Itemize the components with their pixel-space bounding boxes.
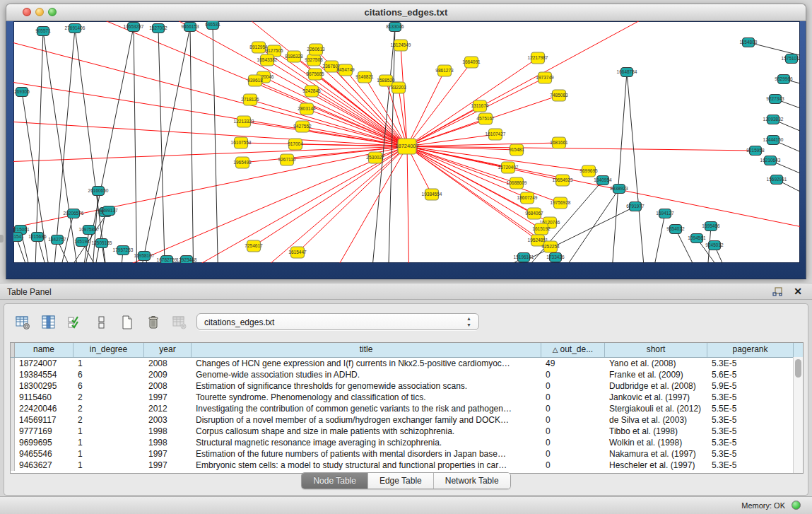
window-titlebar[interactable]: citations_edges.txt xyxy=(6,4,806,21)
graph-node[interactable]: 9466153 xyxy=(181,23,199,32)
graph-node[interactable]: 2260613 xyxy=(307,44,325,55)
cell-title[interactable]: Corpus callosum shape and size in male p… xyxy=(192,426,541,437)
graph-node[interactable]: 17957253 xyxy=(113,246,134,255)
graph-node[interactable]: 9242845 xyxy=(302,86,321,97)
graph-node[interactable]: 7254617 xyxy=(245,240,263,252)
float-panel-icon[interactable] xyxy=(772,287,782,297)
cell-in_degree[interactable]: 6 xyxy=(73,380,144,392)
graph-node[interactable]: 1094561 xyxy=(688,234,706,243)
graph-node[interactable]: 16107427 xyxy=(486,129,506,140)
graph-node[interactable]: 5675685 xyxy=(306,69,324,80)
graph-node[interactable]: 15692931 xyxy=(767,175,787,185)
cell-short[interactable]: Yano et al. (2008) xyxy=(605,358,707,369)
tab-edge-table[interactable]: Edge Table xyxy=(368,473,434,489)
column-header-in_degree[interactable]: in_degree xyxy=(73,343,144,357)
table-scrollbar[interactable] xyxy=(793,357,803,473)
graph-node[interactable]: 15720407 xyxy=(498,162,519,173)
graph-node[interactable]: 9146821 xyxy=(355,71,374,83)
cell-pagerank[interactable]: 5.3E-5 xyxy=(707,437,794,448)
graph-node[interactable]: 1215686 xyxy=(28,233,47,242)
cell-pagerank[interactable]: 5.9E-5 xyxy=(707,380,794,392)
cell-out_degree[interactable]: 0 xyxy=(541,392,605,403)
graph-node[interactable]: 145194 xyxy=(74,238,90,247)
table-row[interactable]: 977716911998Corpus callosum shape and si… xyxy=(11,426,803,437)
cell-short[interactable]: Hescheler et al. (1997) xyxy=(605,460,707,471)
graph-node[interactable]: 9329966 xyxy=(775,75,793,84)
cell-out_degree[interactable]: 0 xyxy=(541,403,605,414)
cell-out_degree[interactable]: 0 xyxy=(541,426,605,437)
graph-node[interactable]: 15196141 xyxy=(514,253,534,262)
cell-out_degree[interactable]: 0 xyxy=(541,460,605,471)
table-row[interactable]: 1872400712008Changes of HCN gene express… xyxy=(11,358,803,369)
graph-node[interactable]: 1681661 xyxy=(550,137,568,148)
cell-pagerank[interactable]: 5.6E-5 xyxy=(707,369,794,380)
cell-name[interactable]: 9777169 xyxy=(15,426,73,437)
table-mode-icon[interactable] xyxy=(14,314,31,331)
graph-node[interactable]: 16958107 xyxy=(134,252,155,261)
table-row[interactable]: 1938455462009Genome-wide association stu… xyxy=(11,369,803,380)
cell-year[interactable]: 1997 xyxy=(144,460,192,471)
cell-year[interactable]: 2008 xyxy=(144,358,192,369)
graph-node[interactable]: 905571 xyxy=(35,27,51,36)
graph-node[interactable]: 7485083 xyxy=(550,90,568,101)
graph-node[interactable]: 18607249 xyxy=(517,192,538,204)
graph-node[interactable]: 646531 xyxy=(205,21,220,30)
cell-in_degree[interactable]: 2 xyxy=(73,414,144,426)
cell-title[interactable]: Estimation of significance thresholds fo… xyxy=(192,380,541,392)
cell-title[interactable]: Changes of HCN gene expression and I(f) … xyxy=(192,358,541,369)
cell-in_degree[interactable]: 1 xyxy=(73,460,144,471)
cell-short[interactable]: de Silva et al. (2003) xyxy=(605,414,707,426)
delete-column-icon[interactable] xyxy=(145,314,162,331)
cell-pagerank[interactable]: 5.3E-5 xyxy=(707,426,794,437)
cell-year[interactable]: 2012 xyxy=(144,403,192,414)
graph-node[interactable]: 9684067 xyxy=(525,208,543,219)
column-header-pagerank[interactable]: pagerank xyxy=(707,343,794,357)
graph-node[interactable]: 832203 xyxy=(391,82,406,93)
graph-node[interactable]: 917004 xyxy=(288,139,303,150)
table-row[interactable]: 1456911722003Disruption of a novel membe… xyxy=(11,414,803,426)
cell-out_degree[interactable]: 0 xyxy=(541,448,605,460)
table-scrollbar-thumb[interactable] xyxy=(795,359,801,378)
cell-year[interactable]: 2009 xyxy=(144,369,192,380)
graph-node[interactable]: 1342757 xyxy=(48,235,66,245)
cell-name[interactable]: 9699695 xyxy=(15,437,73,448)
cell-year[interactable]: 1998 xyxy=(144,426,192,437)
graph-node[interactable]: 9861273 xyxy=(435,65,454,76)
column-header-short[interactable]: short xyxy=(605,343,707,357)
show-columns-icon[interactable] xyxy=(40,314,57,331)
graph-node[interactable]: 9227343 xyxy=(766,95,784,104)
column-header-out_degree[interactable]: △out_de... xyxy=(541,343,605,357)
graph-node[interactable]: 1840954 xyxy=(594,176,612,185)
cell-in_degree[interactable]: 2 xyxy=(73,403,144,414)
cell-name[interactable]: 18724007 xyxy=(15,358,73,369)
cell-pagerank[interactable]: 5.3E-5 xyxy=(707,460,794,471)
cell-out_degree[interactable]: 0 xyxy=(541,369,605,380)
cell-in_degree[interactable]: 2 xyxy=(73,392,144,403)
delete-table-icon[interactable] xyxy=(171,314,188,331)
cell-pagerank[interactable]: 5.3E-5 xyxy=(707,392,794,403)
column-header-name[interactable]: name xyxy=(15,343,73,357)
graph-node[interactable]: 8938923 xyxy=(610,185,628,194)
row-height-icon[interactable] xyxy=(93,314,110,331)
graph-node[interactable]: 9699695 xyxy=(579,165,598,177)
cell-in_degree[interactable]: 1 xyxy=(73,437,144,448)
graph-node[interactable]: 1154808 xyxy=(740,38,758,47)
graph-node[interactable]: 1694127 xyxy=(656,209,674,218)
graph-node[interactable]: 15751074 xyxy=(782,54,800,64)
graph-node[interactable]: 1311674 xyxy=(471,100,489,112)
close-panel-icon[interactable]: ✕ xyxy=(794,286,802,297)
graph-node[interactable]: 4575167 xyxy=(476,113,495,124)
cell-title[interactable]: Investigating the contribution of common… xyxy=(192,403,541,414)
cell-out_degree[interactable]: 0 xyxy=(541,380,605,392)
cell-year[interactable]: 1997 xyxy=(144,392,192,403)
graph-node[interactable]: 2530027 xyxy=(366,152,384,163)
graph-node[interactable]: 8133046 xyxy=(386,23,404,32)
graph-node[interactable]: 19756928 xyxy=(551,197,571,209)
cell-short[interactable]: Nakamura et al. (1997) xyxy=(605,448,707,460)
graph-node[interactable]: 9327508 xyxy=(305,54,323,66)
graph-node[interactable]: 1615447 xyxy=(288,247,307,258)
table-row[interactable]: 2242004622012Investigating the contribut… xyxy=(11,403,803,414)
cell-in_degree[interactable]: 1 xyxy=(73,358,144,369)
cell-out_degree[interactable]: 49 xyxy=(541,358,605,369)
graph-node[interactable]: 10688609 xyxy=(507,177,527,189)
